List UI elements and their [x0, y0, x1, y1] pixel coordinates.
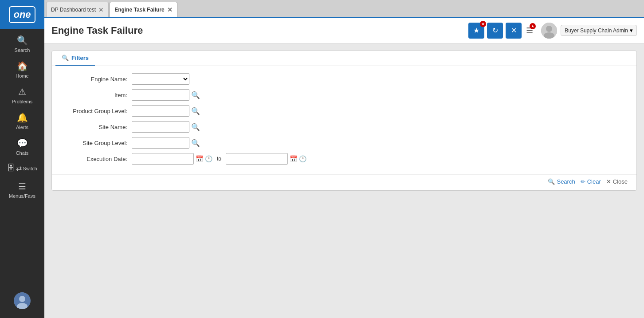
filters-tab[interactable]: 🔍 Filters: [55, 51, 95, 66]
clear-link[interactable]: ✏ Clear: [581, 178, 601, 185]
main: DP Dashboard test ✕ Engine Task Failure …: [44, 0, 644, 318]
engine-name-label: Engine Name:: [61, 76, 132, 82]
execution-date-to-calendar-button[interactable]: 📅: [290, 155, 297, 162]
sidebar-item-problems[interactable]: ⚠ Problems: [0, 82, 44, 108]
star-badge: ★: [480, 21, 486, 27]
search-icon: 🔍: [17, 35, 28, 46]
engine-name-select[interactable]: [132, 73, 189, 85]
sidebar-item-label-chats: Chats: [16, 150, 29, 156]
site-group-level-input-wrap: 🔍: [132, 137, 200, 149]
sidebar-item-search[interactable]: 🔍 Search: [0, 31, 44, 56]
item-search-button[interactable]: 🔍: [191, 91, 200, 99]
svg-point-4: [546, 26, 552, 32]
filters-panel: 🔍 Filters Engine Name: Item:: [51, 51, 637, 191]
filters-tab-label: Filters: [71, 55, 89, 61]
menus-icon: ☰: [18, 181, 26, 192]
clear-link-label: Clear: [587, 178, 601, 185]
alerts-icon: 🔔: [17, 112, 28, 123]
item-label: Item:: [61, 92, 132, 98]
home-icon: 🏠: [17, 61, 28, 71]
user-dropdown[interactable]: Buyer Supply Chain Admin ▾: [561, 25, 637, 36]
page-title: Engine Task Failure: [51, 25, 468, 36]
clock-to-icon: 🕐: [299, 155, 306, 162]
search-link-icon: 🔍: [548, 178, 555, 185]
star-icon: ★: [473, 26, 479, 35]
site-group-level-label: Site Group Level:: [61, 140, 132, 146]
tab-dp-dashboard-label: DP Dashboard test: [51, 7, 96, 13]
close-page-button[interactable]: ✕: [506, 23, 522, 39]
refresh-button[interactable]: ↻: [487, 23, 503, 39]
product-group-level-input-wrap: 🔍: [132, 105, 200, 117]
site-name-row: Site Name: 🔍: [61, 121, 628, 133]
close-icon: ✕: [511, 26, 517, 35]
user-avatar: [541, 23, 557, 39]
tab-engine-task-failure[interactable]: Engine Task Failure ✕: [110, 2, 177, 17]
logo[interactable]: one: [0, 0, 44, 29]
site-group-level-input[interactable]: [132, 137, 189, 149]
sidebar-item-label-home: Home: [16, 73, 28, 79]
site-group-level-row: Site Group Level: 🔍: [61, 137, 628, 149]
sidebar-item-home[interactable]: 🏠 Home: [0, 56, 44, 82]
sidebar-item-chats[interactable]: 💬 Chats: [0, 133, 44, 159]
execution-date-row: Execution Date: 📅 🕐 to 📅: [61, 153, 628, 165]
execution-date-from-input[interactable]: [132, 153, 194, 165]
tab-engine-task-failure-close[interactable]: ✕: [167, 7, 173, 13]
calendar-to-icon: 📅: [290, 155, 297, 162]
execution-date-label: Execution Date:: [61, 156, 132, 162]
menu-badge: ★: [530, 23, 536, 29]
sidebar-item-user-avatar[interactable]: [14, 288, 31, 313]
item-input-wrap: 🔍: [132, 89, 200, 101]
engine-name-row: Engine Name:: [61, 73, 628, 85]
to-label: to: [217, 156, 221, 162]
switch-arrow-icon: ⇄: [16, 164, 22, 173]
clock-from-icon: 🕐: [205, 155, 212, 162]
execution-date-to-time-button[interactable]: 🕐: [299, 155, 306, 162]
close-link-label: Close: [613, 178, 628, 185]
item-input[interactable]: [132, 89, 189, 101]
sidebar: one 🔍 Search 🏠 Home ⚠ Problems 🔔 Alerts …: [0, 0, 44, 318]
execution-date-from-time-button[interactable]: 🕐: [205, 155, 212, 162]
product-group-level-row: Product Group Level: 🔍: [61, 105, 628, 117]
tab-engine-task-failure-label: Engine Task Failure: [114, 7, 164, 13]
menu-button[interactable]: ☰ ★: [524, 24, 535, 37]
top-bar: Engine Task Failure ★ ★ ↻ ✕ ☰ ★ Buye: [44, 18, 644, 43]
site-group-level-search-icon: 🔍: [191, 139, 200, 147]
search-link[interactable]: 🔍 Search: [548, 178, 575, 185]
item-row: Item: 🔍: [61, 89, 628, 101]
execution-date-from-calendar-button[interactable]: 📅: [196, 155, 203, 162]
item-search-icon: 🔍: [191, 91, 200, 99]
sidebar-item-alerts[interactable]: 🔔 Alerts: [0, 108, 44, 133]
sidebar-item-switch[interactable]: 🗄 ⇄ Switch: [0, 159, 44, 177]
sidebar-item-label-menus: Menus/Favs: [9, 193, 35, 199]
site-name-label: Site Name:: [61, 124, 132, 130]
site-group-level-search-button[interactable]: 🔍: [191, 139, 200, 147]
execution-date-to-input[interactable]: [226, 153, 288, 165]
product-group-level-search-icon: 🔍: [191, 107, 200, 115]
close-link-icon: ✕: [606, 178, 611, 185]
site-name-input[interactable]: [132, 121, 189, 133]
sidebar-item-label-problems: Problems: [12, 99, 32, 104]
svg-point-1: [19, 296, 25, 302]
star-button[interactable]: ★ ★: [468, 23, 484, 39]
site-name-search-button[interactable]: 🔍: [191, 123, 200, 131]
tab-dp-dashboard-close[interactable]: ✕: [98, 7, 104, 13]
dropdown-arrow-icon: ▾: [630, 27, 633, 34]
sidebar-item-label-alerts: Alerts: [16, 125, 28, 130]
close-link[interactable]: ✕ Close: [606, 178, 628, 185]
logo-text: one: [9, 6, 35, 23]
site-name-input-wrap: 🔍: [132, 121, 200, 133]
tab-dp-dashboard[interactable]: DP Dashboard test ✕: [46, 2, 109, 17]
sidebar-item-label-switch: Switch: [23, 166, 37, 171]
sidebar-item-menus[interactable]: ☰ Menus/Favs: [0, 177, 44, 202]
user-section: Buyer Supply Chain Admin ▾: [541, 23, 637, 39]
engine-name-input-wrap: [132, 73, 189, 85]
product-group-level-search-button[interactable]: 🔍: [191, 107, 200, 115]
execution-date-input-wrap: 📅 🕐 to 📅 🕐: [132, 153, 306, 165]
content-area: 🔍 Filters Engine Name: Item:: [44, 43, 644, 318]
site-name-search-icon: 🔍: [191, 123, 200, 131]
product-group-level-input[interactable]: [132, 105, 189, 117]
refresh-icon: ↻: [492, 26, 498, 35]
chats-icon: 💬: [17, 138, 28, 149]
sidebar-bottom: [14, 288, 31, 318]
filters-body: Engine Name: Item: 🔍: [52, 66, 636, 174]
